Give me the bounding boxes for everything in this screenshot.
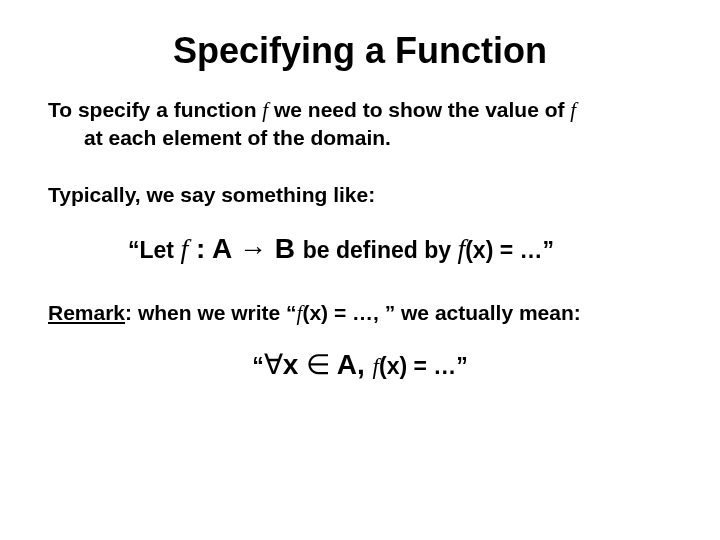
text: we need to show the value of (268, 98, 570, 121)
text: : A (188, 233, 239, 264)
text: (x) = …” (465, 237, 554, 263)
text: (x) = …” (379, 353, 468, 379)
text: B (267, 233, 303, 264)
text: To specify a function (48, 98, 262, 121)
text: x (283, 349, 306, 380)
text: at each element of the domain. (84, 126, 391, 149)
paragraph-1: To specify a function f we need to show … (48, 96, 672, 153)
text: A, (330, 349, 373, 380)
element-of-icon: ∈ (306, 349, 330, 380)
forall-icon: ∀ (264, 349, 283, 380)
remark-line: Remark: when we write “f(x) = …, ” we ac… (48, 301, 672, 326)
text: (x) = …, ” we actually mean: (302, 301, 580, 324)
math-f: f (570, 98, 576, 122)
let-definition: “Let f : A → B be defined by f(x) = …” (128, 233, 672, 265)
paragraph-2: Typically, we say something like: (48, 181, 672, 209)
remark-label: Remark (48, 301, 125, 324)
text: : when we write “ (125, 301, 297, 324)
arrow-icon: → (239, 233, 267, 264)
text: be defined by (303, 237, 458, 263)
text: “ (252, 353, 264, 379)
slide-title: Specifying a Function (48, 30, 672, 72)
forall-line: “∀x ∈ A, f(x) = …” (48, 348, 672, 381)
slide: Specifying a Function To specify a funct… (0, 0, 720, 540)
text: “Let (128, 237, 180, 263)
math-f: f (180, 233, 188, 264)
